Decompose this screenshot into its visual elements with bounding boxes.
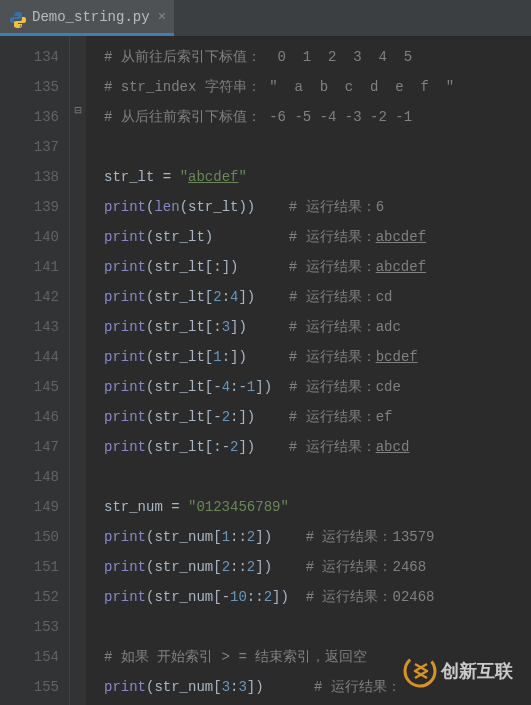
code-line[interactable] xyxy=(104,132,454,162)
watermark-text: 创新互联 xyxy=(440,661,514,681)
line-number: 140 xyxy=(0,222,59,252)
fold-marker-icon[interactable]: ⊟ xyxy=(72,96,84,126)
line-number: 137 xyxy=(0,132,59,162)
line-number: 150 xyxy=(0,522,59,552)
code-line[interactable]: print(str_lt[-4:-1]) # 运行结果：cde xyxy=(104,372,454,402)
line-number-gutter: 1341351361371381391401411421431441451461… xyxy=(0,36,70,705)
tab-bar: Demo_string.py × xyxy=(0,0,531,37)
line-number: 136 xyxy=(0,102,59,132)
code-line[interactable]: print(len(str_lt)) # 运行结果：6 xyxy=(104,192,454,222)
editor-area[interactable]: 1341351361371381391401411421431441451461… xyxy=(0,36,531,705)
python-file-icon xyxy=(10,9,26,25)
code-line[interactable]: print(str_lt[-2:]) # 运行结果：ef xyxy=(104,402,454,432)
line-number: 151 xyxy=(0,552,59,582)
code-line[interactable]: print(str_num[1::2]) # 运行结果：13579 xyxy=(104,522,454,552)
svg-point-0 xyxy=(403,654,441,688)
code-line[interactable] xyxy=(104,612,454,642)
line-number: 146 xyxy=(0,402,59,432)
line-number: 144 xyxy=(0,342,59,372)
close-icon[interactable]: × xyxy=(158,2,166,32)
code-line[interactable] xyxy=(104,462,454,492)
line-number: 145 xyxy=(0,372,59,402)
code-line[interactable]: print(str_lt[:3]) # 运行结果：adc xyxy=(104,312,454,342)
watermark-logo: 创新互联 xyxy=(403,654,523,699)
code-line[interactable]: str_lt = ″abcdef″ xyxy=(104,162,454,192)
line-number: 139 xyxy=(0,192,59,222)
line-number: 135 xyxy=(0,72,59,102)
code-line[interactable]: print(str_num[3:3]) # 运行结果： xyxy=(104,672,454,702)
line-number: 143 xyxy=(0,312,59,342)
line-number: 142 xyxy=(0,282,59,312)
line-number: 134 xyxy=(0,42,59,72)
code-line[interactable]: # 从后往前索引下标值： -6 -5 -4 -3 -2 -1 xyxy=(104,102,454,132)
fold-gutter: ⊟ xyxy=(70,36,86,705)
file-tab[interactable]: Demo_string.py × xyxy=(0,0,174,36)
line-number: 154 xyxy=(0,642,59,672)
code-line[interactable]: print(str_num[-10::2]) # 运行结果：02468 xyxy=(104,582,454,612)
code-line[interactable]: print(str_lt[:-2]) # 运行结果：abcd xyxy=(104,432,454,462)
line-number: 138 xyxy=(0,162,59,192)
code-line[interactable]: # 如果 开始索引 > = 结束索引，返回空 xyxy=(104,642,454,672)
code-line[interactable]: # str_index 字符串： ″ a b c d e f ″ xyxy=(104,72,454,102)
code-line[interactable]: print(str_lt[2:4]) # 运行结果：cd xyxy=(104,282,454,312)
code-line[interactable]: print(str_lt[1:]) # 运行结果：bcdef xyxy=(104,342,454,372)
code-content[interactable]: # 从前往后索引下标值： 0 1 2 3 4 5# str_index 字符串：… xyxy=(86,36,454,705)
line-number: 141 xyxy=(0,252,59,282)
line-number: 152 xyxy=(0,582,59,612)
line-number: 147 xyxy=(0,432,59,462)
ide-window: Demo_string.py × 13413513613713813914014… xyxy=(0,0,531,705)
line-number: 155 xyxy=(0,672,59,702)
code-line[interactable]: print(str_lt) # 运行结果：abcdef xyxy=(104,222,454,252)
line-number: 148 xyxy=(0,462,59,492)
code-line[interactable]: str_num = ″0123456789″ xyxy=(104,492,454,522)
code-line[interactable]: # 从前往后索引下标值： 0 1 2 3 4 5 xyxy=(104,42,454,72)
line-number: 149 xyxy=(0,492,59,522)
code-line[interactable]: print(str_lt[:]) # 运行结果：abcdef xyxy=(104,252,454,282)
tab-filename: Demo_string.py xyxy=(32,2,150,32)
line-number: 153 xyxy=(0,612,59,642)
code-line[interactable]: print(str_num[2::2]) # 运行结果：2468 xyxy=(104,552,454,582)
